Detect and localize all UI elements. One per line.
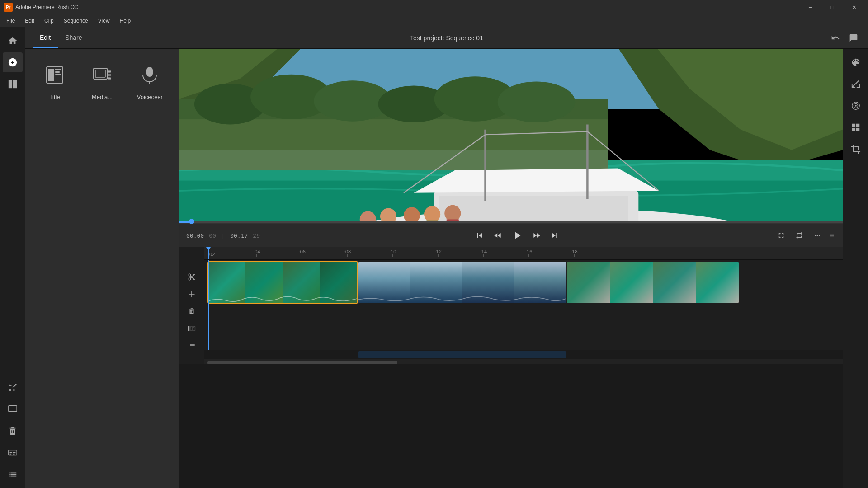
comment-button[interactable] — [846, 31, 861, 45]
sidebar-add-button[interactable] — [3, 52, 23, 72]
play-button[interactable] — [509, 227, 526, 244]
top-nav: Edit Share Test project: Sequence 01 — [25, 27, 868, 49]
current-time-display: 00:00 — [186, 232, 204, 239]
svg-rect-82 — [856, 128, 859, 131]
svg-rect-70 — [191, 291, 192, 297]
sidebar-cut-button[interactable] — [3, 378, 23, 398]
ruler-mark-12: :12 — [434, 249, 441, 257]
skip-back-button[interactable] — [472, 228, 487, 243]
loop-button[interactable] — [792, 228, 807, 243]
minimize-button[interactable]: ─ — [800, 0, 821, 14]
scrubber-handle[interactable] — [189, 219, 194, 224]
svg-rect-71 — [188, 326, 195, 331]
maximize-button[interactable]: □ — [822, 0, 843, 14]
sidebar-captions-button[interactable] — [3, 443, 23, 463]
panel-item-voiceover[interactable]: Voiceover — [128, 60, 172, 106]
effects-button[interactable] — [846, 96, 866, 116]
undo-button[interactable] — [828, 31, 843, 45]
svg-point-78 — [855, 105, 857, 107]
svg-rect-10 — [13, 454, 14, 455]
svg-rect-18 — [108, 70, 111, 73]
audio-track — [204, 350, 843, 359]
panel-item-media[interactable]: Media... — [80, 60, 124, 106]
tab-share[interactable]: Share — [58, 28, 89, 48]
transform-button[interactable] — [846, 74, 866, 94]
list-view-button[interactable] — [184, 338, 199, 353]
svg-rect-13 — [55, 69, 61, 70]
timeline-scrollbar-thumb[interactable] — [207, 361, 397, 364]
panel-resize-handle[interactable]: ≡ — [828, 231, 835, 240]
fullscreen-button[interactable] — [774, 228, 788, 243]
frame-back-button[interactable] — [491, 228, 505, 243]
work-area: Title — [25, 49, 868, 488]
svg-rect-49 — [179, 150, 608, 170]
voiceover-icon — [140, 65, 160, 89]
sidebar-delete-button[interactable] — [3, 421, 23, 441]
total-frame-display: 29 — [253, 232, 260, 239]
menu-help[interactable]: Help — [115, 16, 136, 26]
more-options-button[interactable] — [810, 228, 825, 243]
panel-item-title[interactable]: Title — [33, 60, 76, 106]
panel-grid: Title — [25, 49, 179, 117]
menu-sequence[interactable]: Sequence — [59, 16, 93, 26]
ruler-mark-08: :08 — [344, 249, 351, 257]
project-title: Test project: Sequence 01 — [410, 34, 483, 42]
svg-rect-73 — [189, 329, 190, 330]
sidebar-media-button[interactable] — [3, 74, 23, 94]
preview-area: 00:00 00 | 00:17 29 — [179, 49, 843, 488]
timeline-scrubber[interactable] — [179, 221, 843, 224]
svg-rect-51 — [439, 196, 628, 221]
timeline-clip-2[interactable] — [358, 262, 566, 303]
svg-rect-3 — [8, 84, 12, 88]
crop-button[interactable] — [846, 139, 866, 159]
frame-fwd-button[interactable] — [529, 228, 544, 243]
sidebar-insert-button[interactable] — [3, 399, 23, 419]
svg-rect-1 — [8, 80, 12, 84]
timeline-playhead-top — [208, 247, 209, 259]
app-title-text: Adobe Premiere Rush CC — [15, 4, 797, 10]
timeline-clip-3[interactable] — [567, 262, 739, 303]
skip-fwd-button[interactable] — [547, 228, 562, 243]
sidebar-list-button[interactable] — [3, 465, 23, 484]
main-layout: Edit Share Test project: Sequence 01 — [0, 27, 868, 488]
video-track — [204, 260, 843, 350]
detail-button[interactable] — [846, 117, 866, 137]
total-time-display: 00:17 — [230, 232, 248, 239]
scissors-tool-button[interactable] — [184, 270, 199, 284]
ruler-mark-14: :14 — [480, 249, 487, 257]
media-item-label: Media... — [92, 94, 113, 100]
svg-rect-80 — [856, 124, 859, 127]
timeline-ruler: :02 :04 :06 — [204, 247, 843, 260]
menu-view[interactable]: View — [94, 16, 114, 26]
ruler-mark-10: :10 — [389, 249, 396, 257]
svg-rect-12 — [48, 69, 54, 81]
close-button[interactable]: ✕ — [844, 0, 864, 14]
add-track-button[interactable] — [184, 287, 199, 301]
playback-controls: 00:00 00 | 00:17 29 — [179, 224, 843, 247]
color-correct-button[interactable] — [846, 52, 866, 72]
sidebar-home-button[interactable] — [3, 31, 23, 51]
caption-track-button[interactable] — [184, 321, 199, 336]
svg-rect-19 — [108, 74, 111, 76]
ruler-mark-02: :02 — [208, 252, 215, 257]
svg-rect-75 — [192, 329, 193, 330]
tab-edit[interactable]: Edit — [33, 28, 58, 48]
top-nav-actions — [828, 31, 861, 45]
timeline-scrollbar[interactable] — [204, 359, 843, 364]
app-logo: Pr — [4, 3, 13, 12]
ruler-mark-06: :06 — [299, 249, 306, 257]
svg-rect-21 — [146, 67, 153, 77]
menu-edit[interactable]: Edit — [20, 16, 39, 26]
menubar: File Edit Clip Sequence View Help — [0, 14, 868, 27]
delete-clip-button[interactable] — [184, 304, 199, 319]
svg-rect-15 — [55, 74, 61, 75]
svg-rect-17 — [95, 70, 105, 77]
svg-point-46 — [498, 82, 576, 122]
title-icon — [45, 65, 65, 89]
title-item-label: Title — [49, 94, 60, 100]
menu-file[interactable]: File — [2, 16, 19, 26]
menu-clip[interactable]: Clip — [40, 16, 58, 26]
svg-rect-8 — [9, 454, 11, 455]
svg-rect-4 — [13, 84, 16, 88]
timeline-clip-1[interactable] — [208, 262, 357, 303]
